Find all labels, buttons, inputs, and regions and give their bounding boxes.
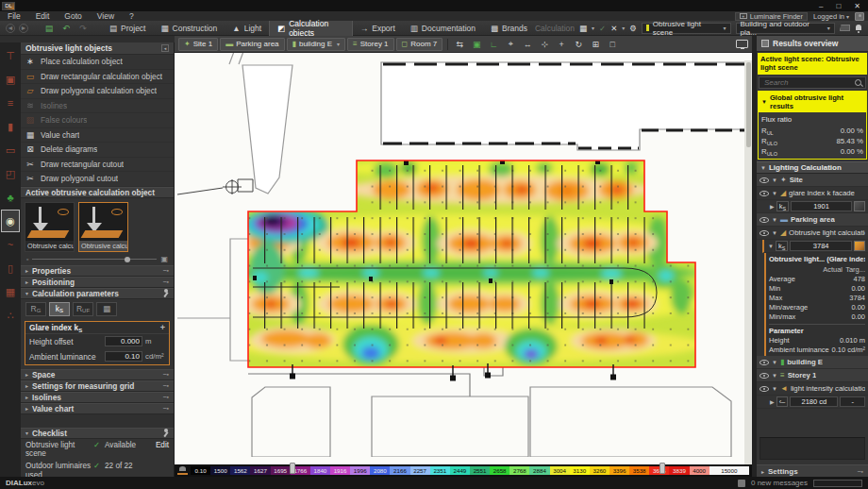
close-button[interactable]: ✕: [854, 2, 860, 10]
zoom-in-icon[interactable]: ▣: [160, 255, 168, 263]
scheme-tool-icon[interactable]: [1, 304, 20, 327]
section-value-chart[interactable]: ▸Value chart−▪: [21, 403, 174, 414]
lighting-calculation-header[interactable]: ▼Lighting Calculation: [757, 161, 868, 174]
align-tool-icon[interactable]: ⇆: [453, 38, 466, 51]
tool-draw-rectangular-cutout[interactable]: Draw rectangular cutout: [21, 158, 174, 173]
ambient-luminance-field[interactable]: [105, 351, 142, 362]
section-measuring-grid[interactable]: ▸Settings for measuring grid−▪: [21, 380, 174, 392]
menu-edit[interactable]: Edit: [34, 11, 52, 21]
visibility-eye-icon[interactable]: [760, 229, 769, 237]
user-avatar[interactable]: [855, 12, 864, 21]
global-results-header[interactable]: ▼Global obtrusive light results: [759, 92, 866, 112]
minimize-button[interactable]: –: [819, 2, 823, 10]
redo-icon[interactable]: ↷: [77, 24, 89, 33]
section-properties[interactable]: ▸Properties−▪: [21, 265, 174, 277]
tool-isolines[interactable]: Isolines: [21, 99, 174, 114]
tab-export[interactable]: → Export: [353, 21, 403, 36]
cancel-calculation-icon[interactable]: ✕: [610, 24, 617, 33]
forward-button[interactable]: ►: [19, 24, 28, 33]
menu-help[interactable]: ?: [127, 11, 136, 21]
param-rg-button[interactable]: RG: [25, 302, 46, 316]
tool-delete-diagrams[interactable]: Delete diagrams: [21, 143, 174, 158]
breadcrumb-building[interactable]: ▮ building E: [287, 38, 346, 51]
maximize-button[interactable]: □: [836, 2, 841, 10]
breadcrumb-storey[interactable]: ≡ Storey 1: [347, 38, 393, 51]
tab-brands[interactable]: ▩ Brands: [483, 21, 535, 36]
visibility-eye-icon[interactable]: [760, 359, 769, 366]
settings-bar[interactable]: ▸Settings−▪: [757, 464, 868, 477]
scale-handle-lower[interactable]: [290, 463, 295, 474]
breadcrumb-parking-area[interactable]: ▬ Parking area: [220, 38, 284, 51]
chevron-down-icon[interactable]: ▾: [592, 25, 594, 31]
angle-grid-icon[interactable]: ∟: [487, 38, 500, 51]
back-button[interactable]: ◄: [6, 24, 15, 33]
param-grid-button[interactable]: ▦: [96, 302, 117, 316]
menu-goto[interactable]: Goto: [62, 11, 83, 21]
scale-handle-upper[interactable]: [659, 463, 665, 474]
dimension-tool-icon[interactable]: ⊹: [538, 38, 551, 51]
panel-collapse-button[interactable]: ◂: [161, 44, 169, 52]
breadcrumb-room[interactable]: ◻ Room 7: [396, 38, 443, 51]
light-scene-select[interactable]: Obtrusive light scene ▾: [642, 23, 731, 34]
tree-item-storey[interactable]: ▼ ≡ Storey 1: [757, 369, 868, 382]
gear-icon[interactable]: ⚙: [629, 24, 637, 33]
view-3d-tool-icon[interactable]: [1, 68, 20, 91]
tool-draw-polygonal-calculation-object[interactable]: Draw polygonal calculation object: [21, 84, 174, 99]
view-profile-select[interactable]: Building and outdoor pla... ▾: [736, 23, 835, 34]
tab-project[interactable]: ▤ Project: [102, 21, 154, 36]
site-plan-canvas[interactable]: [175, 53, 752, 464]
visibility-eye-icon[interactable]: [760, 190, 769, 197]
frame-view-icon[interactable]: □: [606, 38, 619, 51]
chevron-down-icon[interactable]: ▾: [622, 25, 625, 31]
thumbnail-size-slider[interactable]: [32, 259, 157, 260]
tool-place-calculation-object[interactable]: Place calculation object: [21, 55, 174, 70]
door-tool-icon[interactable]: [1, 257, 20, 279]
section-isolines[interactable]: ▸Isolines−▪: [21, 392, 174, 403]
visibility-eye-icon[interactable]: [760, 177, 769, 184]
section-calculation-parameters[interactable]: ▾Calculation parameters: [21, 288, 174, 299]
result-thumbnail[interactable]: [854, 201, 865, 211]
obtrusive-light-tool-icon[interactable]: [1, 210, 20, 232]
intensity-point-value-row[interactable]: ▶ ‹– 2180 cd -: [757, 396, 868, 409]
calculation-mode-icon[interactable]: ▦: [579, 24, 587, 33]
column-tool-icon[interactable]: [1, 115, 20, 138]
param-ruf-button[interactable]: RUF: [73, 302, 93, 316]
breadcrumb-site[interactable]: ✦ Site 1: [178, 38, 218, 51]
menu-file[interactable]: File: [6, 11, 23, 21]
visibility-eye-icon[interactable]: [760, 372, 769, 379]
monitor-view-icon[interactable]: [736, 40, 748, 48]
save-icon[interactable]: ▤: [43, 24, 55, 33]
visibility-eye-icon[interactable]: [760, 216, 769, 224]
calc-surface-tool-icon[interactable]: [1, 280, 20, 303]
search-input[interactable]: [762, 77, 854, 88]
notifications-bell-icon[interactable]: [855, 25, 862, 32]
zoom-out-icon[interactable]: ▫: [26, 256, 28, 262]
rotate-view-icon[interactable]: ↻: [572, 38, 585, 51]
obtrusive-calc-object-thumb-1[interactable]: Obtrusive calcul...: [25, 202, 75, 252]
fit-view-icon[interactable]: ⊞: [589, 38, 602, 51]
result-thumbnail-selected[interactable]: [854, 241, 865, 251]
obtrusive-calc-object-thumb-2[interactable]: Obtrusive calcul...: [78, 202, 128, 252]
section-checklist[interactable]: ▾Checklist: [21, 428, 174, 439]
tool-draw-rectangular-calculation-object[interactable]: Draw rectangular calculation object: [21, 70, 174, 85]
tree-item-obtrusive-surface[interactable]: ▼ ◢ Obtrusive light calculation sur...: [757, 227, 868, 240]
tool-draw-polygonal-cutout[interactable]: Draw polygonal cutout: [21, 172, 174, 187]
presentation-icon[interactable]: [840, 25, 851, 31]
search-icon[interactable]: [854, 78, 862, 87]
light-line-tool-icon[interactable]: [1, 92, 20, 114]
tree-item-building[interactable]: ▼ ▮ building E: [757, 356, 868, 369]
obtrusive-surface-value-row[interactable]: ▼ kS 3784: [762, 240, 868, 253]
luminaire-tool-icon[interactable]: [1, 44, 20, 67]
param-ks-button[interactable]: kS: [49, 302, 70, 316]
section-space[interactable]: ▸Space−▪: [21, 369, 174, 380]
room-tool-icon[interactable]: [1, 139, 20, 161]
tool-value-chart[interactable]: Value chart: [21, 128, 174, 143]
add-parameter-button[interactable]: +: [160, 323, 165, 332]
tab-documentation[interactable]: ▥ Documentation: [403, 21, 483, 36]
undo-icon[interactable]: ↶: [60, 24, 72, 33]
visibility-eye-icon[interactable]: [760, 385, 769, 393]
section-positioning[interactable]: ▸Positioning−▪: [21, 277, 174, 288]
messages-label[interactable]: 0 new messages: [751, 479, 808, 487]
tab-construction[interactable]: ▦ Construction: [154, 21, 225, 36]
tree-item-glare-facade[interactable]: ▼ ◢ glare index k facade: [757, 187, 868, 200]
